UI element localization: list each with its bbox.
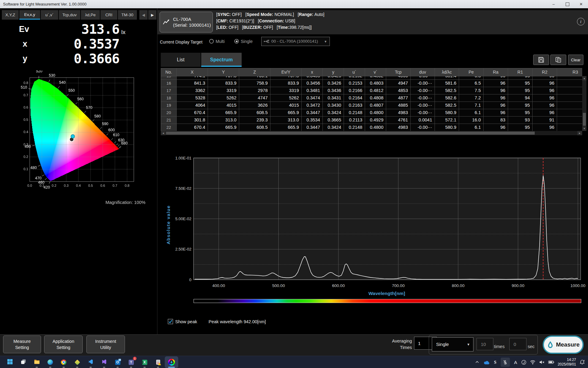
trend-chart-icon [163,18,171,26]
radio-multi[interactable] [209,39,214,44]
tab-scroll-right-icon[interactable]: ▶ [148,10,156,20]
device-select-dropdown[interactable]: 00 - CL-700A (10000141) ▼ [261,37,330,46]
measure-setting-button[interactable]: MeasureSetting [3,335,41,353]
taskbar-app-tortoisegit[interactable] [70,356,84,368]
taskbar-app-edge[interactable] [43,356,57,368]
scroll-up-icon[interactable]: ▲ [582,76,586,81]
svg-text:1000.00: 1000.00 [571,283,586,288]
device-name: CL-700A [173,16,211,22]
readout-label: x [23,39,27,49]
scroll-left-icon[interactable]: ◄ [161,131,166,135]
droplet-icon [547,341,554,349]
tab-spectrum-label: Spectrum [210,57,233,63]
svg-text:7.50E-02: 7.50E-02 [175,186,191,191]
taskbar-app-file-explorer[interactable] [30,356,43,368]
measurement-table[interactable]: No.XYZEv/Yxyu´v´Tcpduvλd/λcPeRaR1R2R3157… [161,68,582,131]
interval-count-input[interactable] [477,338,493,350]
measurement-mode-dropdown[interactable]: Single ▼ [432,337,473,351]
visual-studio-icon [102,359,107,366]
clear-button-label: Clear [571,58,580,62]
device-button[interactable]: CL-700A (Serial: 10000141) [160,12,213,33]
taskbar-app-excel[interactable]: X [138,356,151,368]
save-icon [538,56,545,63]
radio-label-multi: Multi [216,39,225,44]
device-serial: (Serial: 10000141) [173,22,211,28]
table-horizontal-scrollbar[interactable]: ◄ ► [161,131,582,135]
teams-icon: T [129,360,134,365]
vscroll-thumb[interactable] [583,113,586,126]
running-indicator [63,367,65,368]
tab-evxy[interactable]: Ev,x,y [19,10,40,20]
tab-cri[interactable]: CRI [100,10,117,20]
save-button[interactable] [533,55,549,65]
measure-button[interactable]: Measure [543,335,584,354]
tab-spectrum[interactable]: Spectrum [201,53,242,67]
edge-icon [47,359,53,365]
info-icon[interactable]: i [577,18,585,25]
show-peak-checkbox[interactable] [168,319,173,324]
table-row-16[interactable]: 16841.3833.9758.9833.90.34560.34260.2153… [161,80,582,87]
ime-a-icon[interactable]: A [513,360,518,365]
table-row-21[interactable]: 21301.8313.0239.3313.00.35340.36650.2113… [161,117,582,124]
table-row-clipped[interactable]: 15774.1767.8700.1767.80.34550.34250.2152… [161,76,582,80]
readout-row-ev: Ev313.6lx [12,22,141,37]
taskbar-app-search-layers[interactable] [17,356,30,368]
minimize-icon[interactable]: – [547,0,560,8]
status-item: [Connection: USB] [258,18,295,23]
taskbar-app-outlook[interactable]: O [111,356,124,368]
table-row-19[interactable]: 1940644015362640150.34720.34300.21630.48… [161,102,582,109]
table-row-22[interactable]: 22670.4665.9608.5665.90.34470.34240.2148… [161,124,582,131]
taskbar-app-teams[interactable]: T1 [124,356,138,368]
tab-dpe[interactable]: λd,Pe [81,10,100,20]
taskbar-app-report-warning[interactable] [151,356,165,368]
maximize-icon[interactable] [560,0,574,8]
table-header-row: No.XYZEv/Yxyu´v´Tcpduvλd/λcPeRaR1R2R3 [161,68,582,76]
hscroll-thumb[interactable] [166,132,535,135]
battery-icon[interactable] [548,360,554,364]
taskbar-app-vscode[interactable] [84,356,97,368]
tab-list[interactable]: List [161,53,201,67]
scroll-right-icon[interactable]: ► [577,131,582,135]
taskbar-app-start[interactable] [3,356,17,368]
mic-muted-icon[interactable] [503,360,508,365]
tab-uv[interactable]: u´,v´ [41,10,58,20]
instrument-utility-button[interactable]: InstrumentUtility [86,335,125,353]
scroll-down-icon[interactable]: ▼ [582,126,586,131]
taskbar-date: 2025/09/01 [558,362,576,367]
table-row-20[interactable]: 20670.4665.9608.5665.90.34470.34240.2148… [161,109,582,117]
interval-wait-input[interactable] [509,338,526,350]
clear-button[interactable]: Clear [568,55,583,65]
status-line-1: [SYNC: OFF][Speed Mode: NORMAL][Range: A… [216,11,328,18]
close-icon[interactable]: ✕ [574,0,588,8]
status-item: [LED: OFF] [216,25,238,30]
table-row-17[interactable]: 1733623319297833190.34810.34360.21660.48… [161,87,582,94]
taskbar-app-chrome[interactable] [57,356,70,368]
notification-bell-icon[interactable]: z [579,359,585,365]
taskbar-app-visual-studio[interactable] [97,356,111,368]
table-vertical-scrollbar[interactable]: ▲ ▼ [582,76,586,131]
taskbar-clock[interactable]: 14:272025/09/01 [558,358,576,367]
onedrive-icon[interactable] [483,360,490,365]
tab-scroll-left-icon[interactable]: ◀ [139,10,148,20]
running-indicator [76,367,78,368]
table-row-18[interactable]: 1853285262474752620.34740.34310.21640.48… [161,94,582,102]
s-app-icon[interactable]: S [493,360,497,365]
wait-unit-label: sec [528,344,535,349]
tab-tm30[interactable]: TM-30 [118,10,137,20]
svg-text:800.00: 800.00 [452,283,464,288]
radio-single[interactable] [234,39,239,44]
svg-text:400.00: 400.00 [212,283,225,288]
taskbar-app-light-measurement-app[interactable] [165,356,178,368]
svg-text:2.50E-02: 2.50E-02 [175,247,191,251]
outlook-icon: O [115,360,120,365]
readout-row-y: y0.3666 [12,52,141,66]
clock-j-icon[interactable] [521,360,526,365]
copy-button[interactable] [550,55,566,65]
application-setting-button[interactable]: ApplicationSetting [44,335,83,353]
tab-tcpduv[interactable]: Tcp,duv [59,10,80,20]
tab-xyz[interactable]: X,Y,Z [2,10,19,20]
chevron-up-icon[interactable] [475,360,480,365]
wifi-icon[interactable] [530,360,536,365]
volume-muted-icon[interactable] [539,360,545,365]
readout-unit: lx [121,29,126,36]
